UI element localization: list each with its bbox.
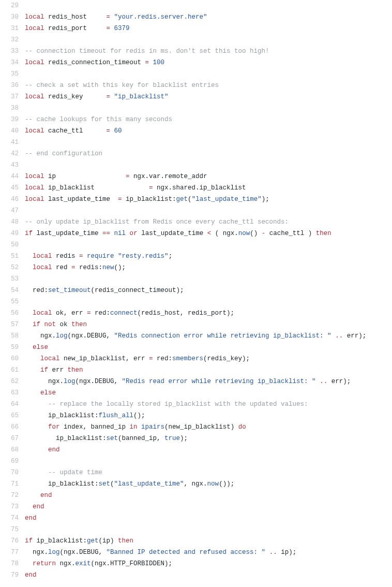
code-token: index, banned_ip [60, 423, 130, 431]
line-number: 39 [0, 114, 25, 125]
code-line[interactable] [25, 296, 392, 307]
code-line[interactable]: -- update time [25, 467, 392, 478]
line-number: 77 [0, 547, 25, 558]
code-token [25, 469, 48, 476]
code-line[interactable] [25, 456, 392, 467]
code-line[interactable]: local red = redis:new(); [25, 262, 392, 273]
code-token: "resty.redis" [118, 253, 169, 260]
code-line[interactable]: local ip = ngx.var.remote_addr [25, 171, 392, 182]
code-token [25, 321, 33, 328]
code-line[interactable]: ngx.log(ngx.DEBUG, "Redis connection err… [25, 330, 392, 342]
code-line[interactable]: ngx.log(ngx.DEBUG, "Redis read error whi… [25, 376, 392, 387]
code-line[interactable]: ip_blacklist:set(banned_ip, true); [25, 433, 392, 444]
code-line[interactable]: local redis_host = "your.redis.server.he… [25, 11, 392, 23]
code-line[interactable]: return ngx.exit(ngx.HTTP_FORBIDDEN); [25, 558, 392, 569]
code-token: "last_update_time" [114, 480, 184, 488]
code-token: flush_all [99, 412, 134, 419]
code-line[interactable]: end [25, 490, 392, 501]
code-token: redis_host [44, 13, 107, 21]
code-token: ipairs [141, 423, 164, 431]
code-line[interactable]: ip_blacklist:flush_all(); [25, 410, 392, 421]
code-line[interactable]: local cache_ttl = 60 [25, 125, 392, 137]
code-token: = [107, 13, 111, 21]
code-line[interactable]: local redis = require "resty.redis"; [25, 251, 392, 262]
code-line[interactable]: end [25, 501, 392, 512]
code-token: err [48, 366, 68, 374]
code-line[interactable]: if err then [25, 364, 392, 376]
code-token: red: [91, 310, 111, 317]
code-line[interactable]: else [25, 342, 392, 353]
code-line[interactable] [25, 524, 392, 535]
code-line[interactable]: local ip_blacklist = ngx.shared.ip_black… [25, 182, 392, 194]
code-token: if [40, 366, 48, 374]
code-line[interactable]: if last_update_time == nil or last_updat… [25, 228, 392, 239]
code-line[interactable] [25, 159, 392, 171]
line-number: 30 [0, 11, 25, 23]
code-line[interactable]: -- connection timeout for redis in ms. d… [25, 46, 392, 57]
code-line[interactable]: local last_update_time = ip_blacklist:ge… [25, 194, 392, 205]
code-token: red: [25, 287, 48, 294]
code-line[interactable] [25, 205, 392, 216]
code-token [25, 253, 33, 260]
code-line[interactable] [25, 273, 392, 285]
code-token: "Banned IP detected and refused access: … [107, 549, 266, 556]
code-token: for [48, 423, 60, 431]
code-token: log [64, 378, 76, 385]
code-line[interactable]: end [25, 512, 392, 524]
code-token: ()); [219, 480, 234, 488]
code-line[interactable]: -- check a set with this key for blackli… [25, 80, 392, 91]
code-line[interactable]: local redis_connection_timeout = 100 [25, 57, 392, 68]
line-number: 61 [0, 364, 25, 376]
code-line[interactable] [25, 34, 392, 46]
code-line[interactable]: local new_ip_blacklist, err = red:smembe… [25, 353, 392, 364]
code-token: ( [188, 196, 192, 203]
code-token: ; [169, 253, 173, 260]
code-token [138, 423, 142, 431]
code-token: = [149, 355, 153, 362]
code-line[interactable] [25, 137, 392, 148]
code-token: (ngx.DEBUG, [60, 549, 107, 556]
code-token: local [25, 196, 44, 203]
code-line[interactable]: if not ok then [25, 319, 392, 330]
code-token: local [33, 264, 52, 271]
code-token [40, 321, 44, 328]
code-line[interactable]: local ok, err = red:connect(redis_host, … [25, 307, 392, 319]
code-line[interactable]: local redis_port = 6379 [25, 23, 392, 34]
code-token [25, 366, 40, 374]
code-line[interactable]: -- replace the locally stored ip_blackli… [25, 399, 392, 410]
code-token: nil [114, 230, 126, 237]
line-number: 41 [0, 137, 25, 148]
code-line[interactable] [25, 239, 392, 251]
code-token: "Redis read error while retrieving ip_bl… [122, 378, 316, 385]
code-line[interactable]: if ip_blacklist:get(ip) then [25, 535, 392, 547]
code-line[interactable]: red:set_timeout(redis_connect_timeout); [25, 285, 392, 296]
code-line[interactable] [25, 68, 392, 80]
line-number: 78 [0, 558, 25, 569]
code-line[interactable]: end [25, 569, 392, 581]
code-line[interactable]: else [25, 387, 392, 399]
code-token: = [118, 196, 122, 203]
code-token [83, 253, 87, 260]
code-editor[interactable]: 2930local redis_host = "your.redis.serve… [0, 0, 392, 581]
line-number: 76 [0, 535, 25, 547]
code-token: "your.redis.server.here" [114, 13, 207, 21]
code-token: local [25, 127, 44, 135]
code-line[interactable] [25, 102, 392, 114]
code-line[interactable]: ngx.log(ngx.DEBUG, "Banned IP detected a… [25, 547, 392, 558]
code-line[interactable]: -- end configuration [25, 148, 392, 159]
code-line[interactable]: ip_blacklist:set("last_update_time", ngx… [25, 478, 392, 490]
code-token: not [44, 321, 56, 328]
code-token: redis_key [44, 93, 107, 100]
code-token: log [48, 549, 60, 556]
code-token: redis_port [44, 25, 107, 32]
code-line[interactable]: local redis_key = "ip_blacklist" [25, 91, 392, 102]
code-token: last_update_time [33, 230, 102, 237]
code-line[interactable]: -- only update ip_blacklist from Redis o… [25, 216, 392, 228]
code-line[interactable]: end [25, 444, 392, 456]
line-number: 53 [0, 273, 25, 285]
code-token: now [207, 480, 219, 488]
code-line[interactable]: for index, banned_ip in ipairs(new_ip_bl… [25, 421, 392, 433]
code-token: ngx.var.remote_addr [130, 173, 207, 180]
code-line[interactable]: -- cache lookups for this many seconds [25, 114, 392, 125]
code-line[interactable] [25, 0, 392, 11]
